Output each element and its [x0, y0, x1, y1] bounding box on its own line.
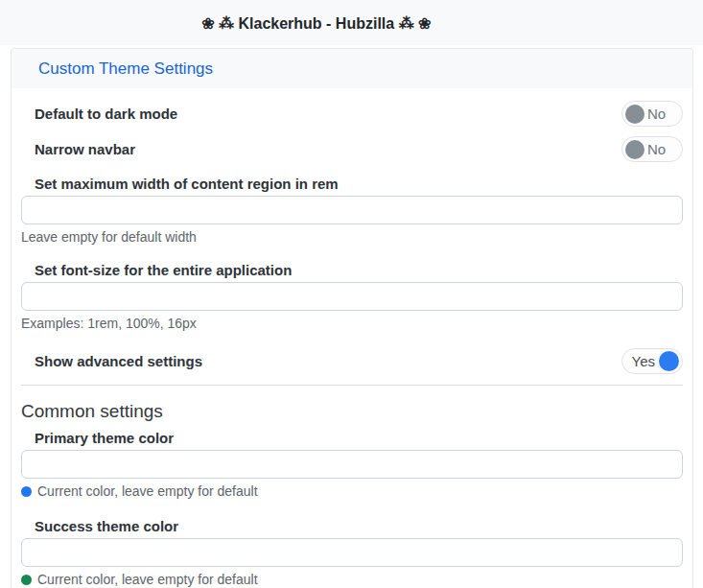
advanced-settings-label: Show advanced settings [35, 353, 202, 369]
primary-color-label: Primary theme color [35, 430, 683, 446]
top-navbar: ❀ ⁂ Klackerhub - Hubzilla ⁂ ❀ [0, 0, 703, 45]
max-width-input[interactable] [21, 196, 683, 224]
toggle-knob-icon [625, 140, 644, 159]
primary-color-input[interactable] [21, 450, 683, 479]
common-settings-heading: Common settings [21, 401, 683, 422]
setting-row-narrow-navbar: Narrow navbar No [21, 136, 683, 162]
dark-mode-toggle[interactable]: No [621, 101, 683, 127]
narrow-navbar-label: Narrow navbar [35, 141, 135, 157]
success-color-input[interactable] [21, 538, 683, 567]
setting-group-success-color: Success theme color Current color, leave… [21, 518, 683, 587]
primary-color-help-text: Current color, leave empty for default [37, 483, 258, 499]
primary-color-dot-icon [21, 486, 32, 497]
setting-group-font-size: Set font-size for the entire application… [21, 262, 683, 331]
success-color-help: Current color, leave empty for default [21, 572, 683, 587]
success-color-help-text: Current color, leave empty for default [37, 572, 258, 587]
font-size-input[interactable] [21, 282, 683, 311]
toggle-state-label: Yes [632, 353, 655, 369]
font-size-help: Examples: 1rem, 100%, 16px [21, 316, 683, 331]
advanced-settings-toggle[interactable]: Yes [621, 348, 683, 374]
toggle-knob-icon [659, 351, 679, 371]
setting-row-dark-mode: Default to dark mode No [21, 101, 683, 127]
toggle-state-label: No [647, 141, 666, 157]
setting-group-max-width: Set maximum width of content region in r… [21, 176, 683, 245]
setting-group-primary-color: Primary theme color Current color, leave… [21, 430, 683, 499]
success-color-dot-icon [21, 575, 32, 585]
panel-header: Custom Theme Settings [12, 49, 692, 88]
custom-theme-settings-panel: Custom Theme Settings Default to dark mo… [11, 48, 693, 588]
toggle-knob-icon [625, 105, 644, 124]
max-width-label: Set maximum width of content region in r… [35, 176, 683, 192]
setting-row-advanced: Show advanced settings Yes [21, 348, 683, 374]
panel-body: Default to dark mode No Narrow navbar No… [12, 88, 692, 587]
narrow-navbar-toggle[interactable]: No [621, 136, 683, 162]
dark-mode-label: Default to dark mode [35, 106, 177, 122]
font-size-label: Set font-size for the entire application [35, 262, 683, 278]
panel-title-link[interactable]: Custom Theme Settings [38, 59, 213, 79]
max-width-help: Leave empty for default width [21, 229, 683, 245]
site-title: ❀ ⁂ Klackerhub - Hubzilla ⁂ ❀ [201, 13, 431, 32]
toggle-state-label: No [647, 106, 666, 122]
section-divider [21, 385, 683, 386]
primary-color-help: Current color, leave empty for default [21, 483, 683, 499]
success-color-label: Success theme color [35, 518, 683, 534]
